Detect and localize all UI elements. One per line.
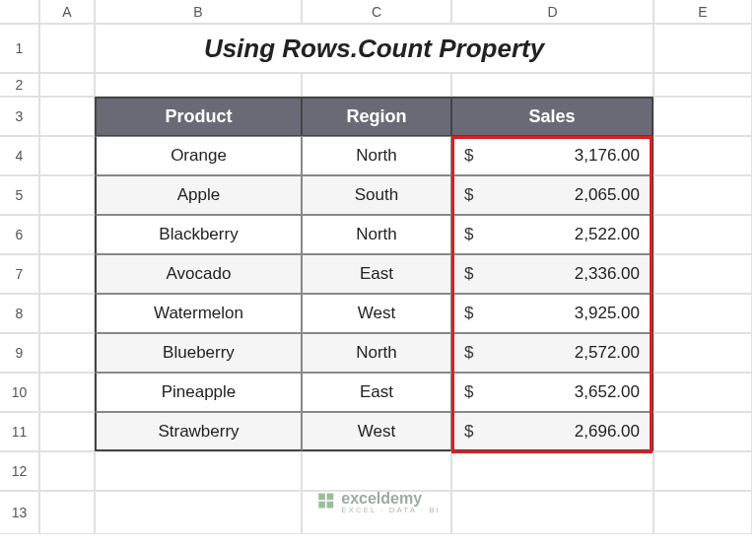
cell-sales[interactable]: $2,572.00 [451,333,653,373]
cell-region[interactable]: East [302,254,451,294]
sales-value: 3,652.00 [575,382,640,402]
row-header-7[interactable]: 7 [0,254,39,294]
cell-region[interactable]: North [302,136,451,175]
currency-symbol: $ [464,146,473,166]
row-header-12[interactable]: 12 [0,451,39,491]
cell-E12[interactable] [653,451,752,491]
cell-A8[interactable] [39,294,95,333]
exceldemy-logo-icon [315,491,335,514]
currency-symbol: $ [464,225,473,244]
cell-A9[interactable] [39,333,95,373]
cell-E2[interactable] [653,73,752,97]
cell-A6[interactable] [39,215,95,254]
currency-symbol: $ [464,264,473,284]
cell-sales[interactable]: $3,925.00 [451,294,653,333]
row-header-11[interactable]: 11 [0,412,39,451]
cell-E1[interactable] [653,24,752,73]
cell-A2[interactable] [39,73,95,97]
currency-symbol: $ [464,422,473,442]
cell-E6[interactable] [653,215,752,254]
cell-sales[interactable]: $2,696.00 [451,412,653,451]
row-header-6[interactable]: 6 [0,215,39,254]
cell-sales[interactable]: $2,336.00 [451,254,653,294]
spreadsheet-grid: A B C D E 1 Using Rows.Count Property 2 … [0,0,756,534]
cell-sales[interactable]: $2,065.00 [451,175,653,215]
col-header-B[interactable]: B [95,0,302,24]
cell-region[interactable]: North [302,333,451,373]
cell-D12[interactable] [451,451,653,491]
sales-value: 2,696.00 [575,422,640,442]
row-header-9[interactable]: 9 [0,333,39,373]
col-header-E[interactable]: E [653,0,752,24]
watermark-main: exceldemy [341,491,441,507]
watermark: exceldemy EXCEL · DATA · BI [315,491,441,514]
cell-product[interactable]: Blueberry [95,333,302,373]
cell-C2[interactable] [302,73,451,97]
cell-region[interactable]: East [302,373,451,412]
sales-value: 2,522.00 [575,225,640,244]
cell-A11[interactable] [39,412,95,451]
cell-sales[interactable]: $2,522.00 [451,215,653,254]
watermark-sub: EXCEL · DATA · BI [341,507,441,514]
cell-E7[interactable] [653,254,752,294]
cell-A12[interactable] [39,451,95,491]
row-header-10[interactable]: 10 [0,373,39,412]
cell-product[interactable]: Blackberry [95,215,302,254]
cell-E11[interactable] [653,412,752,451]
sales-value: 2,065.00 [575,185,640,205]
row-header-3[interactable]: 3 [0,97,39,136]
col-header-C[interactable]: C [302,0,451,24]
cell-A7[interactable] [39,254,95,294]
cell-product[interactable]: Watermelon [95,294,302,333]
table-header-sales[interactable]: Sales [451,97,653,136]
cell-E13[interactable] [653,491,752,534]
cell-sales[interactable]: $3,652.00 [451,373,653,412]
cell-product[interactable]: Avocado [95,254,302,294]
currency-symbol: $ [464,185,473,205]
cell-sales[interactable]: $3,176.00 [451,136,653,175]
table-header-product[interactable]: Product [95,97,302,136]
row-header-2[interactable]: 2 [0,73,39,97]
cell-product[interactable]: Orange [95,136,302,175]
cell-D13[interactable] [451,491,653,534]
cell-A3[interactable] [39,97,95,136]
cell-product[interactable]: Pineapple [95,373,302,412]
cell-A13[interactable] [39,491,95,534]
cell-region[interactable]: South [302,175,451,215]
cell-E4[interactable] [653,136,752,175]
cell-E9[interactable] [653,333,752,373]
select-all-corner[interactable] [0,0,39,24]
cell-D2[interactable] [451,73,653,97]
cell-B13[interactable] [95,491,302,534]
cell-E8[interactable] [653,294,752,333]
cell-B12[interactable] [95,451,302,491]
currency-symbol: $ [464,343,473,363]
col-header-D[interactable]: D [451,0,653,24]
sales-value: 2,572.00 [575,343,640,363]
row-header-5[interactable]: 5 [0,175,39,215]
row-header-13[interactable]: 13 [0,491,39,534]
cell-region[interactable]: North [302,215,451,254]
row-header-8[interactable]: 8 [0,294,39,333]
cell-E10[interactable] [653,373,752,412]
sales-value: 3,925.00 [575,304,640,323]
cell-E3[interactable] [653,97,752,136]
table-header-region[interactable]: Region [302,97,451,136]
cell-region[interactable]: West [302,294,451,333]
cell-region[interactable]: West [302,412,451,451]
cell-C12[interactable] [302,451,451,491]
cell-A10[interactable] [39,373,95,412]
cell-A4[interactable] [39,136,95,175]
currency-symbol: $ [464,382,473,402]
cell-A1[interactable] [39,24,95,73]
cell-B2[interactable] [95,73,302,97]
row-header-1[interactable]: 1 [0,24,39,73]
col-header-A[interactable]: A [39,0,95,24]
sales-value: 3,176.00 [575,146,640,166]
cell-A5[interactable] [39,175,95,215]
title-cell[interactable]: Using Rows.Count Property [95,24,653,73]
cell-product[interactable]: Strawberry [95,412,302,451]
row-header-4[interactable]: 4 [0,136,39,175]
cell-product[interactable]: Apple [95,175,302,215]
cell-E5[interactable] [653,175,752,215]
